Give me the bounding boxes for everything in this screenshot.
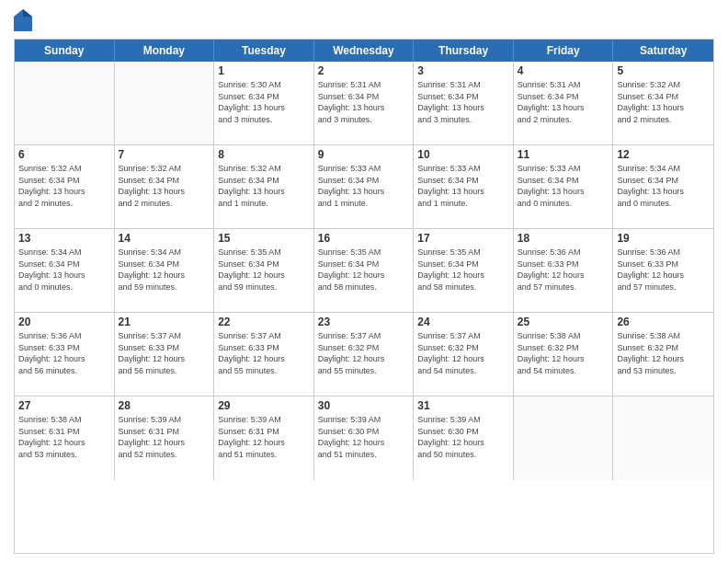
calendar-cell: 5Sunrise: 5:32 AM Sunset: 6:34 PM Daylig…	[613, 62, 713, 144]
day-number: 30	[318, 399, 410, 412]
day-number: 6	[18, 148, 110, 161]
day-detail: Sunrise: 5:30 AM Sunset: 6:34 PM Dayligh…	[218, 79, 310, 125]
day-detail: Sunrise: 5:39 AM Sunset: 6:30 PM Dayligh…	[318, 414, 410, 460]
day-detail: Sunrise: 5:37 AM Sunset: 6:33 PM Dayligh…	[119, 330, 210, 376]
day-detail: Sunrise: 5:33 AM Sunset: 6:34 PM Dayligh…	[518, 163, 609, 209]
weekday-header: Sunday	[15, 40, 115, 62]
calendar-cell: 10Sunrise: 5:33 AM Sunset: 6:34 PM Dayli…	[414, 145, 514, 228]
day-detail: Sunrise: 5:38 AM Sunset: 6:32 PM Dayligh…	[617, 330, 710, 376]
day-detail: Sunrise: 5:37 AM Sunset: 6:32 PM Dayligh…	[417, 330, 509, 376]
calendar-cell: 13Sunrise: 5:34 AM Sunset: 6:34 PM Dayli…	[15, 229, 115, 312]
day-number: 2	[318, 64, 410, 77]
weekday-header: Saturday	[613, 40, 713, 62]
calendar-cell: 31Sunrise: 5:39 AM Sunset: 6:30 PM Dayli…	[414, 396, 514, 480]
day-number: 31	[417, 399, 509, 412]
day-detail: Sunrise: 5:33 AM Sunset: 6:34 PM Dayligh…	[318, 163, 410, 209]
calendar-cell: 20Sunrise: 5:36 AM Sunset: 6:33 PM Dayli…	[15, 313, 115, 396]
day-number: 28	[119, 399, 210, 412]
calendar-cell: 7Sunrise: 5:32 AM Sunset: 6:34 PM Daylig…	[115, 145, 215, 228]
calendar-cell: 27Sunrise: 5:38 AM Sunset: 6:31 PM Dayli…	[15, 396, 115, 480]
calendar-cell: 11Sunrise: 5:33 AM Sunset: 6:34 PM Dayli…	[514, 145, 614, 228]
day-number: 24	[417, 316, 509, 328]
calendar-header: SundayMondayTuesdayWednesdayThursdayFrid…	[15, 40, 713, 62]
day-number: 26	[617, 316, 710, 328]
calendar-cell: 26Sunrise: 5:38 AM Sunset: 6:32 PM Dayli…	[613, 313, 713, 396]
day-detail: Sunrise: 5:39 AM Sunset: 6:30 PM Dayligh…	[417, 414, 509, 460]
day-detail: Sunrise: 5:36 AM Sunset: 6:33 PM Dayligh…	[518, 247, 609, 293]
day-detail: Sunrise: 5:36 AM Sunset: 6:33 PM Dayligh…	[18, 330, 110, 376]
day-number: 22	[218, 316, 310, 328]
day-detail: Sunrise: 5:35 AM Sunset: 6:34 PM Dayligh…	[218, 247, 310, 293]
calendar-cell: 1Sunrise: 5:30 AM Sunset: 6:34 PM Daylig…	[214, 62, 314, 144]
calendar-cell: 19Sunrise: 5:36 AM Sunset: 6:33 PM Dayli…	[613, 229, 713, 312]
calendar-cell: 24Sunrise: 5:37 AM Sunset: 6:32 PM Dayli…	[414, 313, 514, 396]
svg-marker-1	[23, 9, 32, 17]
day-number: 25	[518, 316, 609, 328]
day-detail: Sunrise: 5:32 AM Sunset: 6:34 PM Dayligh…	[617, 79, 710, 125]
weekday-header: Thursday	[414, 40, 514, 62]
day-number: 4	[518, 64, 609, 77]
day-number: 15	[218, 232, 310, 245]
day-number: 23	[318, 316, 410, 328]
calendar-row: 13Sunrise: 5:34 AM Sunset: 6:34 PM Dayli…	[15, 229, 713, 313]
day-number: 1	[218, 64, 310, 77]
day-number: 19	[617, 232, 710, 245]
day-detail: Sunrise: 5:31 AM Sunset: 6:34 PM Dayligh…	[417, 79, 509, 125]
calendar-cell: 18Sunrise: 5:36 AM Sunset: 6:33 PM Dayli…	[514, 229, 614, 312]
day-detail: Sunrise: 5:34 AM Sunset: 6:34 PM Dayligh…	[119, 247, 210, 293]
calendar-cell: 12Sunrise: 5:34 AM Sunset: 6:34 PM Dayli…	[613, 145, 713, 228]
calendar-cell: 28Sunrise: 5:39 AM Sunset: 6:31 PM Dayli…	[115, 396, 215, 480]
calendar-cell: 9Sunrise: 5:33 AM Sunset: 6:34 PM Daylig…	[314, 145, 415, 228]
day-number: 7	[119, 148, 210, 161]
day-number: 17	[417, 232, 509, 245]
day-number: 29	[218, 399, 310, 412]
logo	[14, 9, 36, 31]
day-detail: Sunrise: 5:38 AM Sunset: 6:32 PM Dayligh…	[518, 330, 609, 376]
day-detail: Sunrise: 5:32 AM Sunset: 6:34 PM Dayligh…	[119, 163, 210, 209]
calendar-cell: 3Sunrise: 5:31 AM Sunset: 6:34 PM Daylig…	[414, 62, 514, 144]
page-header	[14, 9, 714, 31]
day-detail: Sunrise: 5:31 AM Sunset: 6:34 PM Dayligh…	[318, 79, 410, 125]
day-number: 18	[518, 232, 609, 245]
calendar-cell: 4Sunrise: 5:31 AM Sunset: 6:34 PM Daylig…	[514, 62, 614, 144]
day-number: 8	[218, 148, 310, 161]
calendar-cell: 21Sunrise: 5:37 AM Sunset: 6:33 PM Dayli…	[115, 313, 215, 396]
day-number: 10	[417, 148, 509, 161]
day-number: 20	[18, 316, 110, 328]
calendar-cell: 29Sunrise: 5:39 AM Sunset: 6:31 PM Dayli…	[214, 396, 314, 480]
logo-icon	[14, 9, 32, 31]
day-detail: Sunrise: 5:35 AM Sunset: 6:34 PM Dayligh…	[417, 247, 509, 293]
day-detail: Sunrise: 5:39 AM Sunset: 6:31 PM Dayligh…	[119, 414, 210, 460]
calendar-cell	[514, 396, 614, 480]
day-number: 3	[417, 64, 509, 77]
day-detail: Sunrise: 5:38 AM Sunset: 6:31 PM Dayligh…	[18, 414, 110, 460]
calendar-cell: 14Sunrise: 5:34 AM Sunset: 6:34 PM Dayli…	[115, 229, 215, 312]
calendar-cell: 16Sunrise: 5:35 AM Sunset: 6:34 PM Dayli…	[314, 229, 415, 312]
weekday-header: Friday	[514, 40, 614, 62]
calendar-cell	[115, 62, 215, 144]
day-detail: Sunrise: 5:39 AM Sunset: 6:31 PM Dayligh…	[218, 414, 310, 460]
calendar-row: 6Sunrise: 5:32 AM Sunset: 6:34 PM Daylig…	[15, 145, 713, 229]
day-number: 27	[18, 399, 110, 412]
day-detail: Sunrise: 5:35 AM Sunset: 6:34 PM Dayligh…	[318, 247, 410, 293]
calendar-cell: 17Sunrise: 5:35 AM Sunset: 6:34 PM Dayli…	[414, 229, 514, 312]
calendar-row: 27Sunrise: 5:38 AM Sunset: 6:31 PM Dayli…	[15, 396, 713, 480]
day-detail: Sunrise: 5:32 AM Sunset: 6:34 PM Dayligh…	[18, 163, 110, 209]
calendar-cell: 2Sunrise: 5:31 AM Sunset: 6:34 PM Daylig…	[314, 62, 415, 144]
calendar-row: 1Sunrise: 5:30 AM Sunset: 6:34 PM Daylig…	[15, 62, 713, 145]
day-number: 21	[119, 316, 210, 328]
calendar-body: 1Sunrise: 5:30 AM Sunset: 6:34 PM Daylig…	[15, 62, 713, 480]
weekday-header: Tuesday	[214, 40, 314, 62]
day-number: 14	[119, 232, 210, 245]
weekday-header: Monday	[115, 40, 215, 62]
calendar-cell: 30Sunrise: 5:39 AM Sunset: 6:30 PM Dayli…	[314, 396, 415, 480]
day-detail: Sunrise: 5:36 AM Sunset: 6:33 PM Dayligh…	[617, 247, 710, 293]
calendar-cell: 23Sunrise: 5:37 AM Sunset: 6:32 PM Dayli…	[314, 313, 415, 396]
day-detail: Sunrise: 5:34 AM Sunset: 6:34 PM Dayligh…	[617, 163, 710, 209]
day-detail: Sunrise: 5:37 AM Sunset: 6:32 PM Dayligh…	[318, 330, 410, 376]
calendar-cell	[613, 396, 713, 480]
day-number: 11	[518, 148, 609, 161]
day-detail: Sunrise: 5:34 AM Sunset: 6:34 PM Dayligh…	[18, 247, 110, 293]
calendar-cell: 22Sunrise: 5:37 AM Sunset: 6:33 PM Dayli…	[214, 313, 314, 396]
day-number: 5	[617, 64, 710, 77]
